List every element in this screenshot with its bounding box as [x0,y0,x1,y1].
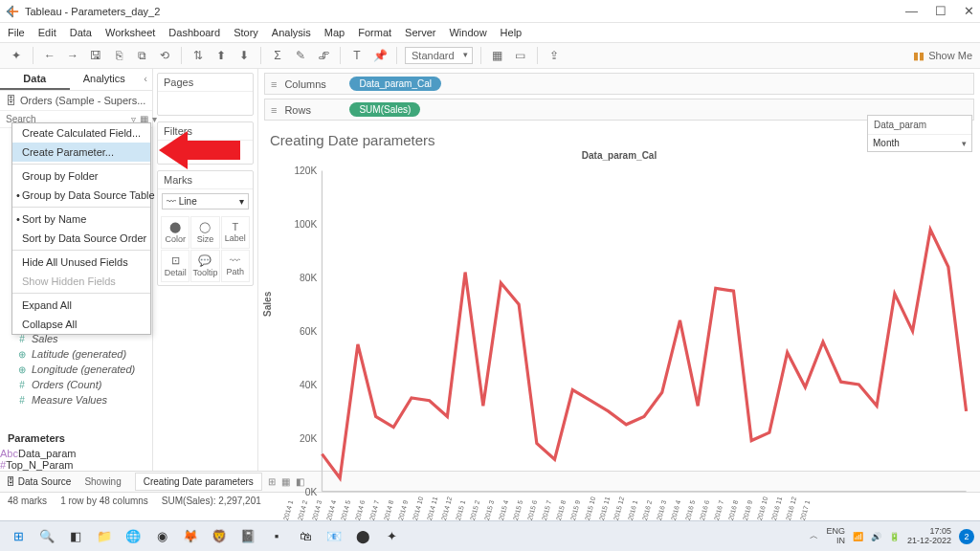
view-cards-icon[interactable]: ▦ [489,47,506,64]
ctx-create-param[interactable]: Create Parameter... [12,143,150,162]
status-rowscols: 1 row by 48 columns [60,496,148,506]
totals-icon[interactable]: Σ [269,47,286,64]
rows-pill[interactable]: SUM(Sales) [349,102,420,117]
sort-asc-icon[interactable]: ⬆ [212,47,230,64]
ctx-show-hidden[interactable]: Show Hidden Fields [12,272,150,291]
tab-active-sheet[interactable]: Creating Date parameters [135,473,262,491]
parameter-item[interactable]: AbcData_param [0,448,152,459]
wifi-icon[interactable]: 📶 [853,532,863,541]
menu-worksheet[interactable]: Worksheet [105,27,155,38]
ctx-group-folder[interactable]: Group by Folder [12,166,150,186]
language-indicator[interactable]: ENGIN [826,527,845,546]
menu-format[interactable]: Format [358,27,391,38]
tray-chevron-icon[interactable]: ︿ [810,530,818,542]
obs-icon[interactable]: ⬤ [350,524,375,549]
mark-detail[interactable]: ⊡Detail [161,250,189,282]
mark-type-dropdown[interactable]: 〰 Line▾ [162,193,249,209]
status-sum: SUM(Sales): 2,297,201 [162,496,261,506]
terminal-icon[interactable]: ▪ [264,524,289,549]
mark-tooltip[interactable]: 💬Tooltip [190,250,219,282]
columns-pill[interactable]: Data_param_Cal [349,77,441,91]
notification-badge[interactable]: 2 [959,529,974,544]
minimize-icon[interactable]: — [905,4,918,18]
pages-shelf[interactable] [158,92,253,115]
menu-window[interactable]: Window [449,27,486,38]
menu-analysis[interactable]: Analysis [272,27,311,38]
parameter-item[interactable]: #Top_N_Param [0,459,152,471]
field-item[interactable]: #Orders (Count) [0,377,152,392]
maximize-icon[interactable]: ☐ [935,4,947,18]
ctx-create-calc[interactable]: Create Calculated Field... [12,123,150,143]
back-icon[interactable]: ← [41,47,58,64]
svg-text:20K: 20K [300,433,317,444]
edge-icon[interactable]: 🌐 [121,524,145,549]
notepad-icon[interactable]: 📓 [235,524,260,549]
task-view-icon[interactable]: ◧ [63,524,88,549]
menu-data[interactable]: Data [70,27,92,38]
new-sheet-icon[interactable]: ⧉ [133,47,150,64]
ctx-group-table[interactable]: Group by Data Source Table [12,186,150,205]
close-icon[interactable]: ✕ [964,4,974,18]
data-source-tab[interactable]: 🗄 Data Source [6,476,71,487]
mail-icon[interactable]: 📧 [322,524,346,549]
x-axis-labels: 2014 12014 22014 32014 42014 52014 62014… [258,497,980,521]
mark-color[interactable]: ⬤Color [161,216,189,249]
windows-taskbar: ⊞ 🔍 ◧ 📁 🌐 ◉ 🦊 🦁 📓 ▪ 🛍 📧 ⬤ ✦ ︿ ENGIN 📶 🔊 … [0,520,980,551]
firefox-icon[interactable]: 🦊 [178,524,203,549]
mark-size[interactable]: ◯Size [190,216,219,249]
status-marks: 48 marks [8,496,47,506]
fit-dropdown[interactable]: Standard [405,47,473,64]
store-icon[interactable]: 🛍 [293,524,318,549]
volume-icon[interactable]: 🔊 [871,532,881,541]
start-icon[interactable]: ⊞ [6,524,31,549]
group-icon[interactable]: 🖇 [315,47,332,64]
menu-file[interactable]: File [8,27,25,38]
battery-icon[interactable]: 🔋 [889,532,900,541]
forward-icon[interactable]: → [64,47,81,64]
param-card-title: Data_param [868,116,971,135]
show-me-button[interactable]: ▮▮Show Me [913,50,972,62]
presentation-icon[interactable]: ▭ [512,47,529,64]
tableau-icon[interactable]: ✦ [8,47,25,64]
ctx-sort-name[interactable]: Sort by Name [12,209,150,229]
search-icon[interactable]: 🔍 [34,524,59,549]
field-item[interactable]: #Measure Values [0,392,152,408]
explorer-icon[interactable]: 📁 [92,524,117,549]
line-chart[interactable]: 0K20K40K60K80K100K120K [285,165,972,497]
columns-shelf[interactable]: ≡Columns Data_param_Cal [264,73,974,95]
ctx-sort-order[interactable]: Sort by Data Source Order [12,229,150,248]
tab-data[interactable]: Data [0,69,70,90]
tableau-taskbar-icon[interactable]: ✦ [379,524,404,549]
clear-icon[interactable]: ⟲ [156,47,173,64]
clock[interactable]: 17:0521-12-2022 [907,527,951,546]
brave-icon[interactable]: 🦁 [207,524,232,549]
labels-icon[interactable]: T [348,47,366,64]
ctx-expand[interactable]: Expand All [12,296,150,315]
context-menu: Create Calculated Field... Create Parame… [11,122,151,335]
highlight-icon[interactable]: ✎ [292,47,309,64]
save-icon[interactable]: 🖫 [87,47,104,64]
mark-path[interactable]: 〰Path [221,250,250,282]
swap-icon[interactable]: ⇅ [189,47,207,64]
share-icon[interactable]: ⇪ [546,47,563,64]
new-data-icon[interactable]: ⎘ [110,47,127,64]
ctx-hide-unused[interactable]: Hide All Unused Fields [12,253,150,272]
chrome-icon[interactable]: ◉ [149,524,174,549]
param-card-dropdown[interactable]: Month▾ [868,135,971,151]
menu-edit[interactable]: Edit [38,27,56,38]
menu-story[interactable]: Story [234,27,258,38]
tab-analytics[interactable]: Analytics [70,69,140,90]
menu-map[interactable]: Map [324,27,345,38]
datasource-item[interactable]: 🗄 Orders (Sample - Supers... [0,91,152,111]
menu-help[interactable]: Help [501,27,523,38]
field-item[interactable]: ⊕Longitude (generated) [0,362,152,377]
field-item[interactable]: ⊕Latitude (generated) [0,346,152,362]
pin-icon[interactable]: 📌 [371,47,389,64]
collapse-pane-icon[interactable]: ‹ [139,69,152,90]
mark-label[interactable]: TLabel [221,216,250,249]
menu-dashboard[interactable]: Dashboard [168,27,220,38]
sort-desc-icon[interactable]: ⬇ [235,47,253,64]
menu-server[interactable]: Server [405,27,435,38]
tab-showing[interactable]: Showing [77,474,128,490]
ctx-collapse[interactable]: Collapse All [12,315,150,334]
